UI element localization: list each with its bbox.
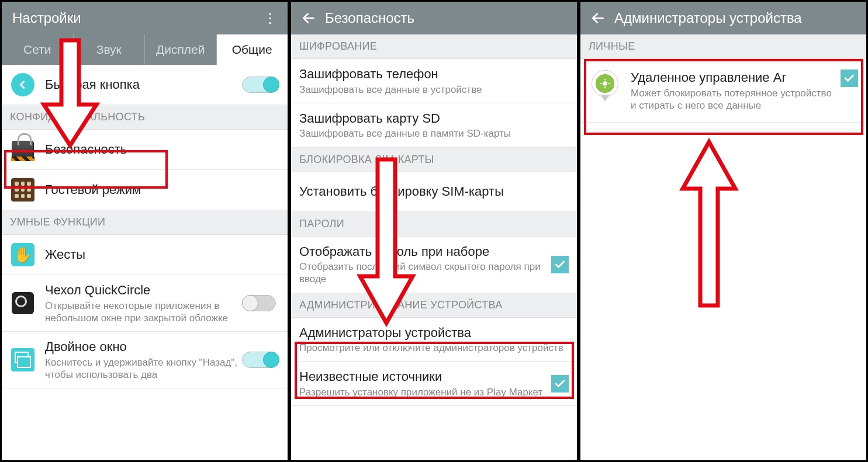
header: Администраторы устройства — [580, 2, 866, 34]
case-icon — [12, 292, 34, 314]
dual-window-toggle[interactable] — [242, 350, 279, 369]
quick-button-toggle[interactable] — [242, 75, 279, 94]
section-admin: АДМИНИСТРИРОВАНИЕ УСТРОЙСТВА — [291, 293, 577, 318]
dual-window-icon — [11, 348, 34, 371]
unknown-sources-checkbox[interactable] — [551, 375, 569, 392]
tab-display[interactable]: Дисплей — [145, 34, 217, 65]
show-password-row[interactable]: Отображать пароль при наборе Отобразить … — [291, 237, 577, 293]
remote-management-row[interactable]: Удаленное управление Aг Может блокироват… — [580, 59, 866, 123]
header-title: Безопасность — [320, 10, 571, 26]
encrypt-phone-title: Зашифровать телефон — [299, 66, 569, 82]
guest-mode-row[interactable]: Гостевой режим — [2, 170, 288, 210]
hand-icon: ✋ — [11, 243, 34, 266]
unknown-sources-row[interactable]: Неизвестные источники Разрешить установк… — [291, 362, 577, 406]
section-smart: УМНЫЕ ФУНКЦИИ — [2, 210, 288, 235]
quickcircle-title: Чехол QuickCircle — [45, 282, 242, 298]
unknown-sources-title: Неизвестные источники — [299, 369, 547, 385]
section-personal: ЛИЧНЫЕ — [580, 34, 866, 59]
show-password-title: Отображать пароль при наборе — [299, 244, 547, 260]
svg-point-0 — [603, 81, 607, 85]
header-title: Настройки — [8, 10, 258, 26]
section-sim: БЛОКИРОВКА SIM-КАРТЫ — [291, 148, 577, 172]
quick-button-label: Быстрая кнопка — [45, 77, 242, 93]
encrypt-sd-row[interactable]: Зашифровать карту SD Зашифровать все дан… — [291, 103, 577, 148]
remote-management-checkbox[interactable] — [841, 70, 858, 87]
dual-window-sub: Коснитесь и удерживайте кнопку "Назад", … — [45, 356, 242, 381]
device-admins-panel: Администраторы устройства ЛИЧНЫЕ Удаленн… — [579, 0, 868, 462]
encrypt-phone-row[interactable]: Зашифровать телефон Зашифровать все данн… — [291, 59, 577, 103]
header-title: Администраторы устройства — [610, 10, 860, 26]
locate-icon — [589, 70, 621, 102]
section-encryption: ШИФРОВАНИЕ — [291, 34, 577, 59]
quick-button-row[interactable]: Быстрая кнопка — [2, 65, 288, 105]
gestures-row[interactable]: ✋ Жесты — [2, 235, 288, 275]
sim-lock-title: Установить блокировку SIM-карты — [299, 183, 569, 200]
tab-networks[interactable]: Сети — [2, 34, 74, 65]
device-admins-title: Администраторы устройства — [299, 325, 569, 341]
dual-window-title: Двойное окно — [45, 339, 242, 355]
section-privacy: КОНФИДЕНЦИАЛЬНОСТЬ — [2, 105, 288, 130]
device-admins-row[interactable]: Администраторы устройства Просмотрите ил… — [291, 318, 577, 362]
device-admins-sub: Просмотрите или отключите администраторо… — [299, 342, 569, 354]
show-password-checkbox[interactable] — [551, 256, 569, 273]
tab-sound[interactable]: Звук — [74, 34, 146, 65]
tab-general[interactable]: Общие — [217, 34, 288, 65]
security-label: Безопасность — [45, 141, 279, 158]
show-password-sub: Отобразить последний символ скрытого пар… — [299, 260, 547, 286]
encrypt-sd-title: Зашифровать карту SD — [299, 110, 569, 127]
back-arrow-icon — [11, 73, 34, 96]
guest-mode-label: Гостевой режим — [45, 182, 279, 198]
settings-list: Быстрая кнопка КОНФИДЕНЦИАЛЬНОСТЬ Безопа… — [2, 65, 288, 460]
security-panel: Безопасность ШИФРОВАНИЕ Зашифровать теле… — [289, 0, 579, 462]
unknown-sources-sub: Разрешить установку приложений не из Pla… — [299, 386, 547, 398]
back-icon[interactable] — [297, 6, 320, 30]
section-passwords: ПАРОЛИ — [291, 212, 577, 237]
quickcircle-toggle[interactable] — [242, 294, 279, 312]
admins-list: ЛИЧНЫЕ Удаленное управление Aг Может бло… — [580, 34, 866, 460]
sim-lock-row[interactable]: Установить блокировку SIM-карты — [291, 172, 577, 212]
security-row[interactable]: Безопасность — [2, 130, 288, 170]
quickcircle-row[interactable]: Чехол QuickCircle Открывайте некоторые п… — [2, 275, 288, 332]
remote-management-title: Удаленное управление Aг — [631, 70, 836, 86]
tabs: Сети Звук Дисплей Общие — [2, 34, 288, 65]
gestures-label: Жесты — [45, 246, 279, 263]
encrypt-phone-sub: Зашифровать все данные в устройстве — [299, 84, 569, 96]
settings-panel: Настройки ⋮ Сети Звук Дисплей Общие Быст… — [0, 0, 289, 462]
lock-icon — [12, 141, 34, 158]
pattern-icon — [11, 178, 34, 202]
dual-window-row[interactable]: Двойное окно Коснитесь и удерживайте кно… — [2, 332, 288, 388]
encrypt-sd-sub: Зашифровать все данные в памяти SD-карты — [299, 127, 569, 140]
header: Настройки ⋮ — [2, 2, 288, 34]
header: Безопасность — [291, 2, 577, 34]
quickcircle-sub: Открывайте некоторые приложения в неболь… — [45, 300, 242, 325]
more-icon[interactable]: ⋮ — [258, 10, 282, 26]
security-list: ШИФРОВАНИЕ Зашифровать телефон Зашифрова… — [291, 34, 577, 460]
back-icon[interactable] — [586, 6, 610, 30]
remote-management-sub: Может блокировать потерянное устройство … — [631, 87, 836, 112]
